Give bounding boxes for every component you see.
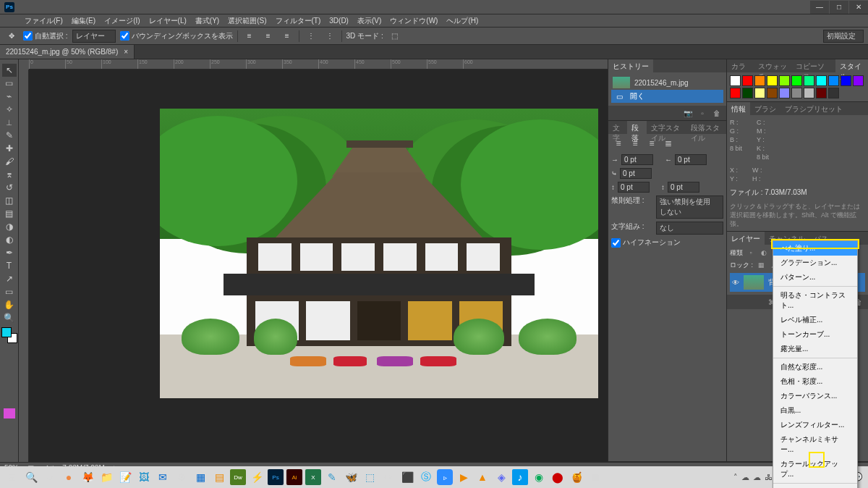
ctx-階調の反転[interactable]: 階調の反転: [773, 485, 857, 488]
skype-icon[interactable]: Ⓢ: [418, 469, 434, 485]
document-canvas[interactable]: [160, 109, 598, 398]
tab-paragraph[interactable]: 段落: [627, 121, 646, 134]
mode3d-icon[interactable]: ⬚: [388, 29, 402, 43]
tray-cloud-icon[interactable]: ☁: [741, 473, 749, 482]
shape-tool[interactable]: ▭: [2, 285, 17, 298]
move-tool[interactable]: ↖: [2, 64, 17, 77]
style-swatch[interactable]: [816, 88, 827, 98]
filter-pixel-icon[interactable]: ▫: [746, 248, 756, 258]
media-icon[interactable]: ▶: [456, 469, 472, 485]
notepad-icon[interactable]: 📝: [117, 469, 133, 485]
pen-tool[interactable]: ✒: [2, 246, 17, 259]
style-swatch[interactable]: [754, 75, 765, 86]
indent-left[interactable]: → 0 pt: [611, 154, 653, 165]
ctx-ーー[interactable]: トーンカーブ...: [773, 327, 857, 342]
kinsoku-select[interactable]: 強い禁則を使用しない: [656, 195, 723, 219]
history-camera-icon[interactable]: 📷: [683, 108, 693, 118]
visibility-icon[interactable]: 👁: [732, 279, 739, 287]
tab-brush[interactable]: ブラシ: [750, 102, 780, 115]
tab-color[interactable]: カラー: [727, 59, 754, 72]
ctx-ー[interactable]: カラールックアップ...: [773, 457, 857, 481]
style-swatch[interactable]: [779, 88, 790, 98]
menu-window[interactable]: ウィンドウ(W): [386, 14, 442, 28]
settings-icon[interactable]: ⚙: [174, 469, 190, 485]
menu-select[interactable]: 選択範囲(S): [224, 14, 271, 28]
menu-view[interactable]: 表示(V): [353, 14, 386, 28]
tab-layers[interactable]: レイヤー: [727, 232, 765, 245]
explorer-icon[interactable]: 📁: [98, 469, 114, 485]
app-icon-5[interactable]: ⬚: [362, 469, 378, 485]
ctx-ー[interactable]: グラデーション...: [773, 256, 857, 270]
gradient-tool[interactable]: ▤: [2, 207, 17, 220]
type-tool[interactable]: T: [2, 259, 17, 272]
style-swatch[interactable]: [804, 88, 814, 98]
ctx-露光量[interactable]: 露光量...: [773, 342, 857, 356]
align-right-icon[interactable]: ≡: [644, 137, 659, 150]
wand-tool[interactable]: ✧: [2, 103, 17, 116]
ctx-補正[interactable]: レベル補正...: [773, 313, 857, 327]
lasso-tool[interactable]: ⌁: [2, 90, 17, 103]
style-swatch[interactable]: [853, 75, 864, 86]
justify-icon[interactable]: ≣: [661, 137, 676, 150]
align-icon-2[interactable]: ≡: [261, 29, 276, 43]
quickmask-button[interactable]: [4, 408, 15, 418]
stamp-tool[interactable]: ⌆: [2, 168, 17, 181]
style-swatch[interactable]: [730, 88, 741, 98]
space-after[interactable]: ↕ 0 pt: [661, 182, 699, 193]
style-swatch[interactable]: [828, 88, 839, 98]
tray-chevron-icon[interactable]: ˄: [733, 473, 738, 482]
bbox-checkbox[interactable]: [120, 31, 129, 41]
app-icon-7[interactable]: 🍯: [569, 469, 584, 485]
style-swatch[interactable]: [791, 88, 802, 98]
ctx-べた塗り[interactable]: べた塗り...: [773, 241, 857, 256]
firefox-icon[interactable]: 🦊: [80, 469, 95, 485]
start-button[interactable]: ⊞: [4, 469, 20, 485]
tray-onedrive-icon[interactable]: ☁: [753, 473, 761, 482]
history-step-open[interactable]: ▭開く: [611, 90, 723, 103]
ctx-ー[interactable]: チャンネルミキサー...: [773, 432, 857, 457]
app-icon-2[interactable]: ▤: [211, 469, 227, 485]
indent-first[interactable]: ⤷ 0 pt: [611, 168, 652, 179]
dist-icon[interactable]: ⋮: [304, 29, 318, 43]
style-swatch[interactable]: [767, 75, 778, 86]
app-icon-3[interactable]: ✎: [324, 469, 340, 485]
style-swatch[interactable]: [804, 75, 814, 86]
brush-tool[interactable]: 🖌: [2, 155, 17, 168]
mojikumi-select[interactable]: なし: [656, 222, 723, 235]
heal-tool[interactable]: ✚: [2, 142, 17, 155]
doc-tab-close[interactable]: ×: [124, 48, 128, 56]
style-swatch[interactable]: [767, 88, 778, 98]
app-icon-4[interactable]: 🦋: [343, 469, 359, 485]
discord-icon[interactable]: ◈: [493, 469, 509, 485]
search-icon[interactable]: 🔍: [23, 469, 39, 485]
align-center-icon[interactable]: ≡: [628, 137, 642, 150]
ctx-白黒[interactable]: 白黒...: [773, 403, 857, 418]
menu-image[interactable]: イメージ(I): [100, 14, 144, 28]
dist-icon-2[interactable]: ⋮: [323, 29, 337, 43]
tab-swatches[interactable]: スウォッチ: [754, 59, 792, 72]
music-icon[interactable]: ♪: [512, 469, 528, 485]
outlook-icon[interactable]: ✉: [155, 469, 171, 485]
record-icon[interactable]: ⬤: [550, 469, 566, 485]
menu-edit[interactable]: 編集(E): [67, 14, 100, 28]
app-dark-icon[interactable]: ◼: [587, 469, 603, 485]
eraser-tool[interactable]: ◫: [2, 194, 17, 207]
tab-history[interactable]: ヒストリー: [608, 59, 653, 72]
tab-clone[interactable]: コピーソース: [791, 59, 835, 72]
style-swatch[interactable]: [742, 75, 753, 86]
dreamweaver-icon[interactable]: Dw: [230, 469, 246, 485]
blur-tool[interactable]: ◑: [2, 220, 17, 233]
ctx-明るさ・[interactable]: 明るさ・コントラスト...: [773, 288, 857, 313]
style-swatch[interactable]: [791, 75, 802, 86]
ctx-ー[interactable]: レンズフィルター...: [773, 418, 857, 432]
app-green-icon[interactable]: ◉: [531, 469, 547, 485]
dodge-tool[interactable]: ◐: [2, 233, 17, 246]
flash-icon[interactable]: ⚡: [249, 469, 265, 485]
illustrator-icon[interactable]: Ai: [286, 469, 302, 485]
menu-layer[interactable]: レイヤー(L): [145, 14, 191, 28]
canvas-area[interactable]: 050100150200250300350400450500550600: [19, 59, 608, 462]
tab-styles[interactable]: スタイル: [835, 59, 868, 72]
menu-3d[interactable]: 3D(D): [325, 15, 353, 26]
style-swatch[interactable]: [828, 75, 839, 86]
menu-help[interactable]: ヘルプ(H): [442, 14, 482, 28]
